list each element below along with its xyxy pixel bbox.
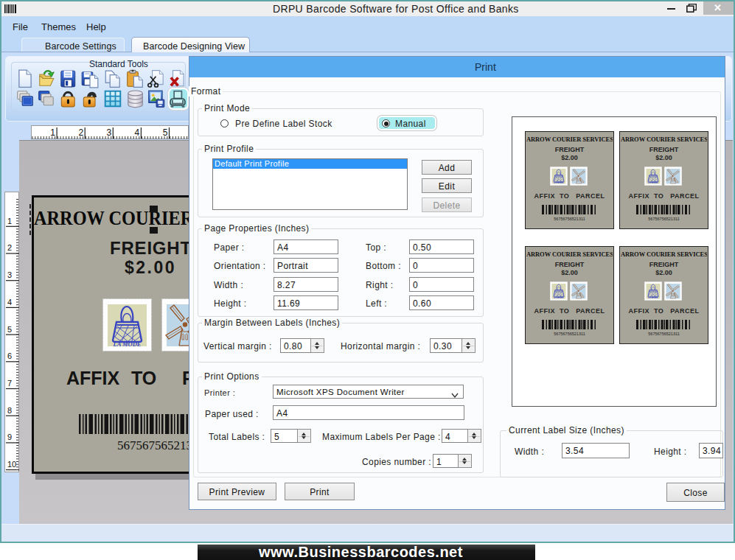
svg-text:4: 4	[135, 127, 140, 138]
svg-text:2: 2	[7, 243, 12, 252]
svg-text:1: 1	[50, 127, 55, 138]
svg-text:10: 10	[7, 460, 16, 469]
svg-text:3: 3	[7, 270, 12, 279]
svg-text:LA MODE: LA MODE	[647, 181, 658, 184]
svg-text:LA MODE: LA MODE	[553, 181, 564, 184]
svg-text:4: 4	[7, 298, 12, 307]
svg-text:2: 2	[78, 127, 83, 138]
svg-text:5: 5	[7, 325, 12, 334]
svg-text:1: 1	[7, 217, 12, 225]
svg-text:9: 9	[7, 433, 12, 441]
svg-text:LA MODE: LA MODE	[647, 296, 658, 299]
svg-text:6: 6	[7, 351, 12, 360]
svg-text:3: 3	[107, 127, 112, 138]
svg-text:LA MODE: LA MODE	[553, 296, 564, 299]
svg-text:8: 8	[7, 406, 12, 415]
svg-text:5: 5	[163, 127, 168, 138]
svg-text:LA MODE: LA MODE	[112, 340, 141, 348]
svg-text:7: 7	[7, 379, 12, 388]
